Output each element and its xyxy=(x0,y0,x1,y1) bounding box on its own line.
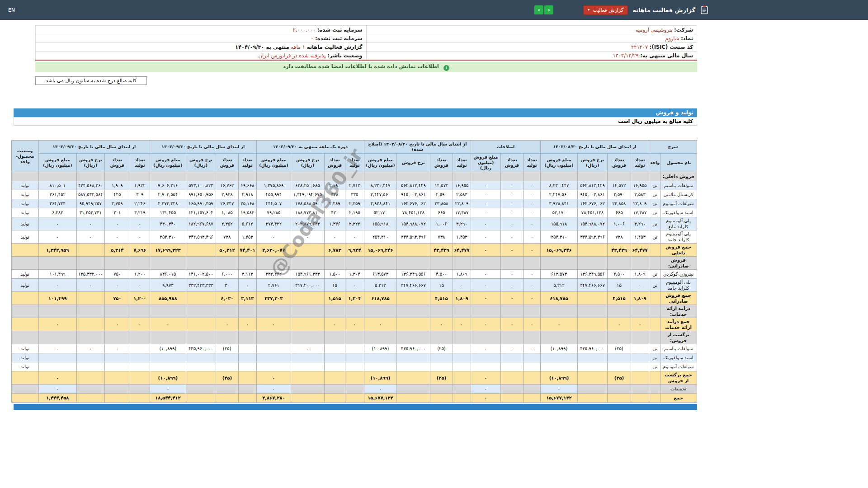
info-label: شرکت: xyxy=(674,27,693,33)
value-cell xyxy=(345,362,364,371)
value-cell xyxy=(607,172,631,181)
unit-cell xyxy=(649,305,660,318)
value-cell: ۰ xyxy=(76,230,104,244)
status-cell xyxy=(11,371,38,385)
section-row: درآمد ارائه خدمات: xyxy=(11,305,697,318)
unit-cell: تن xyxy=(649,344,660,353)
value-cell xyxy=(523,305,540,318)
status-cell xyxy=(11,244,38,257)
value-cell xyxy=(130,394,150,403)
value-cell: ۳,۲۹۰ xyxy=(631,217,649,230)
report-nav-arrows: ‹ › xyxy=(534,5,553,14)
value-cell xyxy=(291,172,324,181)
unit-cell xyxy=(649,318,660,331)
value-cell: ۰ xyxy=(471,318,500,331)
value-cell xyxy=(430,257,453,270)
unit-cell xyxy=(649,331,660,344)
info-value: ۱۴۰۴/۱۲/۲۹ xyxy=(613,52,639,59)
value-cell: ۴۲۴,۵۶۸,۳۶۰ xyxy=(76,181,104,190)
value-cell xyxy=(130,344,150,353)
column-group-header: دوره یک ماهه منتهی به ۱۴۰۴/۰۹/۳۰ xyxy=(256,141,364,154)
value-cell: ۰ xyxy=(104,344,130,353)
value-cell: ۵,۶۱۲ xyxy=(238,217,256,230)
product-name-cell: فروش صادراتی: xyxy=(661,257,697,270)
value-cell: ۶,۰۳۰ xyxy=(216,292,238,305)
value-cell: ۹,۹۷۳ xyxy=(150,279,186,292)
value-cell xyxy=(345,305,364,318)
value-cell xyxy=(186,305,216,318)
value-cell: ۰ xyxy=(38,318,76,331)
value-cell xyxy=(186,371,216,385)
column-header: تعداد تولید xyxy=(523,154,540,172)
value-cell: ۲۳۲,۴۴۲ xyxy=(256,270,291,279)
value-cell: ۴,۵۱۵ xyxy=(430,292,453,305)
company-info-row: سال مالی منتهی به: ۱۴۰۴/۱۲/۲۹ وضعیت ناشر… xyxy=(36,52,697,61)
value-cell xyxy=(150,305,186,318)
value-cell xyxy=(523,172,540,181)
value-cell xyxy=(396,362,430,371)
unit-cell: تن xyxy=(649,279,660,292)
value-cell: ۱,۴۵۳ xyxy=(238,230,256,244)
value-cell: ۶۲۸,۲۵۰,۶۸۵ xyxy=(291,181,324,190)
value-cell: ۱,۸۰۹ xyxy=(453,270,471,279)
product-name-cell: جمع درآمد ارائه خدمات xyxy=(661,318,697,331)
value-cell: ۱۵,۰۶۹,۲۴۶ xyxy=(364,244,396,257)
value-cell: ۰ xyxy=(500,190,523,199)
column-group-header: از ابتدای سال مالی تا تاریخ ۱۴۰۳/۰۹/۳۰ xyxy=(38,141,150,154)
company-info-row: شرکت: پتروشیمي ارومیه سرمایه ثبت شده: ۲,… xyxy=(36,26,697,34)
value-cell: ۲,۵۸۳ xyxy=(453,190,471,199)
language-toggle[interactable]: EN xyxy=(8,7,15,13)
value-cell: ۵۲,۱۷۰ xyxy=(364,208,396,217)
value-cell: ۱۶,۹۵۵ xyxy=(453,181,471,190)
value-cell: ۱,۳۴۲,۹۵۹ xyxy=(38,244,76,257)
value-cell: ۲۲,۸۰۹ xyxy=(453,199,471,208)
product-name-cell: فروش داخلی: xyxy=(661,172,697,181)
next-report-button[interactable]: › xyxy=(544,5,553,14)
value-cell xyxy=(345,344,364,353)
value-cell: ۷۹,۲۸۵ xyxy=(256,208,291,217)
value-cell: ۳,۹۲۸,۸۴۱ xyxy=(364,199,396,208)
value-cell: ۰ xyxy=(471,244,500,257)
info-label: سرمایه ثبت نشده: xyxy=(315,35,362,42)
value-cell: ۹۹۱,۶۵۰,۹۵۶ xyxy=(186,190,216,199)
value-cell: ۲۲,۸۰۹ xyxy=(631,199,649,208)
value-cell: ۱۵,۶۷۷,۱۳۲ xyxy=(540,394,577,403)
value-cell: ۳۴۴,۵۹۳,۴۹۶ xyxy=(186,230,216,244)
value-cell: ۹۴۵,۰۰۳,۸۶۱ xyxy=(396,190,430,199)
value-cell xyxy=(291,362,324,371)
value-cell: ۰ xyxy=(471,208,500,217)
value-cell: ۶۱۳,۵۷۳ xyxy=(540,270,577,279)
status-cell xyxy=(11,385,38,394)
info-value: ۱ ماهه xyxy=(291,44,305,50)
value-cell: ۷۳۸ xyxy=(216,230,238,244)
value-cell: ۵,۲۱۲ xyxy=(540,279,577,292)
value-cell: ۵۶۴,۸۱۲,۴۴۹ xyxy=(577,181,607,190)
status-cell xyxy=(11,331,38,344)
column-header: نرخ فروش (ریال) xyxy=(291,154,324,172)
value-cell xyxy=(130,305,150,318)
value-cell: ۳,۲۱۹ xyxy=(130,208,150,217)
value-cell xyxy=(345,371,364,385)
value-cell xyxy=(607,257,631,270)
prev-report-button[interactable]: ‹ xyxy=(534,5,543,14)
product-row: سولفات پتاسیمتن(۲۵)۴۳۵,۹۶۰,۰۰۰(۱۰,۸۹۹)۰۰… xyxy=(11,344,697,353)
column-header: مبلغ فروش (میلیون ریال) xyxy=(471,154,500,172)
value-cell xyxy=(291,318,324,331)
value-cell: ۰ xyxy=(150,385,186,394)
report-type-button[interactable]: گزارش فعالیت ▾ xyxy=(583,5,628,15)
info-label: منتهی به ۱۴۰۴/۰۹/۳۰ xyxy=(235,44,289,50)
value-cell xyxy=(216,257,238,270)
value-cell: ۱۰۱,۴۹۹ xyxy=(38,270,76,279)
value-cell xyxy=(130,371,150,385)
total-row: جمع فروش صادراتی۱,۸۰۹۴,۵۱۵۶۱۸,۷۸۵۰۰۰۱,۸۰… xyxy=(11,292,697,305)
value-cell: ۰ xyxy=(523,318,540,331)
value-cell xyxy=(607,385,631,394)
value-cell xyxy=(186,292,216,305)
horizontal-scrollbar[interactable] xyxy=(14,404,697,410)
value-cell xyxy=(523,362,540,371)
column-header-row: نام محصولواحدتعداد تولیدتعداد فروشنرخ فر… xyxy=(11,154,697,172)
value-cell xyxy=(500,371,523,385)
value-cell xyxy=(76,371,104,385)
total-row: جمع۱۵,۶۷۷,۱۳۲۰۱۵,۶۷۷,۱۳۲۲,۸۶۷,۲۸۰۱۸,۵۴۴,… xyxy=(11,394,697,403)
column-header: مبلغ فروش (میلیون ریال) xyxy=(38,154,76,172)
